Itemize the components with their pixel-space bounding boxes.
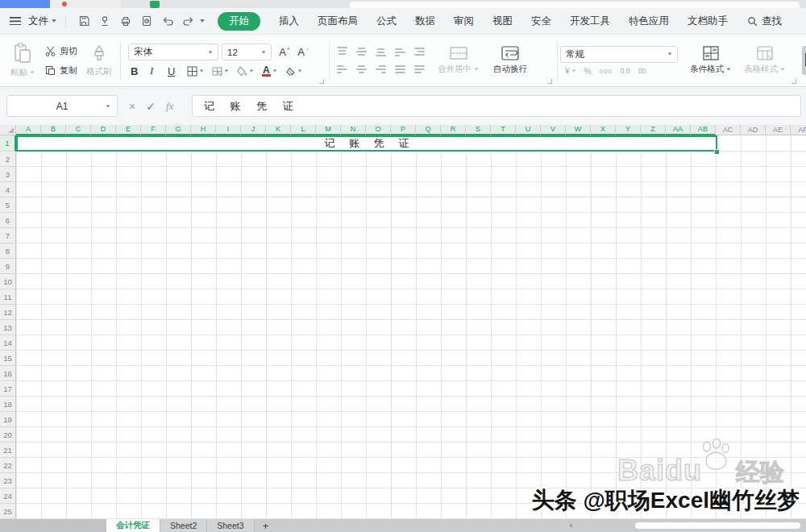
align-center-icon[interactable] — [356, 64, 367, 74]
menu-tab-页面布局[interactable]: 页面布局 — [318, 15, 358, 28]
row-header-15[interactable]: 15 — [0, 351, 16, 366]
confirm-icon[interactable]: ✓ — [146, 100, 156, 113]
column-header-D[interactable]: D — [91, 125, 116, 135]
column-header-AF[interactable]: AF — [791, 125, 806, 135]
row-header-17[interactable]: 17 — [0, 381, 16, 397]
row-header-19[interactable]: 19 — [0, 412, 16, 427]
increase-decimal-icon[interactable]: 0.0 — [621, 67, 630, 75]
column-header-W[interactable]: W — [566, 125, 591, 135]
grid-row-3[interactable] — [16, 167, 806, 182]
menu-tab-数据[interactable]: 数据 — [415, 15, 435, 28]
menu-tab-公式[interactable]: 公式 — [376, 15, 397, 28]
column-header-P[interactable]: P — [391, 125, 416, 135]
menu-tab-插入[interactable]: 插入 — [279, 15, 299, 28]
column-header-T[interactable]: T — [491, 125, 516, 135]
row-header-18[interactable]: 18 — [0, 397, 16, 412]
merge-center-button[interactable]: 合并居中 — [432, 46, 484, 75]
grid-row-7[interactable] — [16, 228, 806, 243]
format-painter-button[interactable]: 格式刷 — [81, 44, 118, 77]
percent-icon[interactable]: % — [584, 67, 592, 76]
grid-row-8[interactable] — [16, 243, 806, 259]
row-header-22[interactable]: 22 — [0, 458, 16, 473]
column-header-V[interactable]: V — [541, 125, 566, 135]
conditional-format-button[interactable]: 条件格式 — [684, 46, 737, 75]
save-icon[interactable] — [77, 15, 90, 27]
row-header-20[interactable]: 20 — [0, 427, 16, 443]
insert-function-icon[interactable]: fx — [166, 100, 173, 113]
font-size-select[interactable]: 12 — [222, 44, 272, 60]
cell-area[interactable]: 记 账 凭 证 Baidu 经验 头条 @职场Excel幽竹丝梦 — [16, 135, 806, 519]
partially-visible-button[interactable] — [802, 46, 806, 75]
add-sheet-button[interactable]: + — [255, 519, 277, 532]
browser-tab-active[interactable] — [0, 0, 50, 8]
sheet-tab-会计凭证[interactable]: 会计凭证 — [106, 519, 160, 532]
column-header-U[interactable]: U — [516, 125, 541, 135]
sheet-tab-Sheet2[interactable]: Sheet2 — [160, 519, 207, 532]
number-format-select[interactable]: 常规 — [560, 46, 678, 63]
selection-fill-handle[interactable] — [714, 149, 720, 155]
row-header-7[interactable]: 7 — [0, 228, 16, 243]
column-header-S[interactable]: S — [466, 125, 491, 135]
grid-row-17[interactable] — [16, 381, 806, 397]
row-header-25[interactable]: 25 — [0, 504, 16, 519]
bold-button[interactable]: B — [128, 65, 144, 77]
grid-row-5[interactable] — [16, 197, 806, 213]
column-header-AC[interactable]: AC — [716, 125, 741, 135]
row-header-11[interactable]: 11 — [0, 289, 16, 305]
column-header-M[interactable]: M — [316, 125, 341, 135]
file-menu[interactable]: 文件 — [28, 15, 56, 28]
find-button[interactable]: 查找 — [747, 15, 782, 28]
undo-icon[interactable] — [161, 15, 174, 27]
currency-icon[interactable]: ¥ — [565, 67, 576, 76]
grid-row-15[interactable] — [16, 351, 806, 366]
menu-tab-特色应用[interactable]: 特色应用 — [629, 15, 669, 28]
paste-button[interactable]: 粘贴 — [5, 43, 40, 78]
column-header-B[interactable]: B — [41, 125, 66, 135]
table-style-button[interactable]: 表格样式 — [738, 46, 791, 75]
font-family-select[interactable]: 宋体 — [128, 44, 218, 60]
column-header-L[interactable]: L — [291, 125, 316, 135]
row-header-1[interactable]: 1 — [0, 135, 16, 152]
increase-font-size-button[interactable]: A+ — [275, 46, 290, 58]
column-header-J[interactable]: J — [241, 125, 266, 135]
row-header-10[interactable]: 10 — [0, 274, 16, 289]
column-header-X[interactable]: X — [591, 125, 616, 135]
document-tab[interactable] — [349, 1, 800, 8]
indent-icon[interactable] — [414, 47, 425, 56]
row-header-4[interactable]: 4 — [0, 182, 16, 197]
select-all-corner[interactable] — [0, 125, 16, 135]
grid-row-9[interactable] — [16, 259, 806, 274]
distribute-icon[interactable] — [414, 64, 425, 74]
column-header-Q[interactable]: Q — [416, 125, 441, 135]
row-header-16[interactable]: 16 — [0, 366, 16, 381]
column-header-E[interactable]: E — [116, 125, 141, 135]
row-header-23[interactable]: 23 — [0, 473, 16, 488]
row-header-3[interactable]: 3 — [0, 167, 16, 182]
column-header-AA[interactable]: AA — [666, 125, 691, 135]
grid-row-6[interactable] — [16, 213, 806, 228]
menu-tab-安全[interactable]: 安全 — [531, 15, 551, 28]
cell-a1-merged[interactable]: 记 账 凭 证 — [16, 135, 717, 152]
column-header-I[interactable]: I — [216, 125, 241, 135]
grid-row-14[interactable] — [16, 335, 806, 351]
grid-row-19[interactable] — [16, 412, 806, 427]
grid-row-11[interactable] — [16, 289, 806, 305]
menu-tab-视图[interactable]: 视图 — [492, 15, 513, 28]
column-header-N[interactable]: N — [341, 125, 366, 135]
column-header-Z[interactable]: Z — [641, 125, 666, 135]
justify-icon[interactable] — [395, 64, 405, 74]
column-header-H[interactable]: H — [191, 125, 216, 135]
grid-row-18[interactable] — [16, 397, 806, 412]
row-header-9[interactable]: 9 — [0, 259, 16, 274]
copy-button[interactable]: 复制 — [42, 61, 81, 79]
decrease-font-size-button[interactable]: A- — [293, 46, 309, 58]
tab-split-handle-icon[interactable] — [569, 523, 572, 528]
sheet-tab-Sheet3[interactable]: Sheet3 — [207, 519, 254, 532]
cell-shading-button[interactable] — [210, 66, 231, 77]
menu-tab-文档助手[interactable]: 文档助手 — [688, 15, 728, 28]
grid-row-13[interactable] — [16, 320, 806, 335]
hamburger-menu-icon[interactable] — [10, 17, 21, 25]
grid-row-2[interactable] — [16, 152, 806, 167]
row-header-14[interactable]: 14 — [0, 335, 16, 351]
align-bottom-icon[interactable] — [376, 47, 386, 56]
